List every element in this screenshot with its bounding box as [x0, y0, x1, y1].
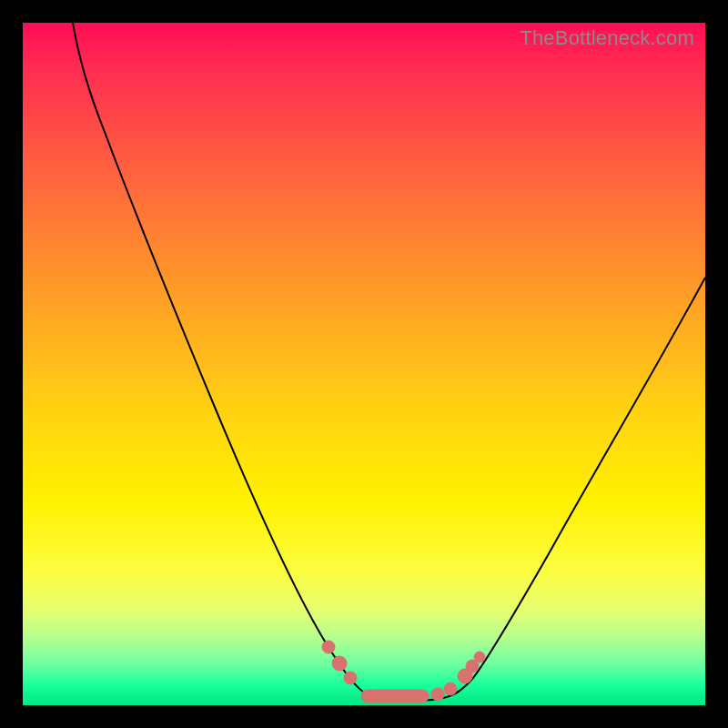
curve-highlight-dots — [322, 641, 485, 703]
svg-point-5 — [444, 682, 457, 695]
svg-point-8 — [474, 652, 485, 662]
curve-path — [73, 23, 705, 701]
svg-point-1 — [332, 656, 347, 671]
bottleneck-curve — [23, 23, 705, 705]
chart-frame: TheBottleneck.com — [0, 0, 728, 728]
svg-point-0 — [322, 641, 335, 653]
svg-rect-3 — [361, 690, 429, 703]
svg-point-4 — [431, 688, 444, 701]
svg-point-2 — [344, 672, 357, 684]
plot-area: TheBottleneck.com — [23, 23, 705, 705]
